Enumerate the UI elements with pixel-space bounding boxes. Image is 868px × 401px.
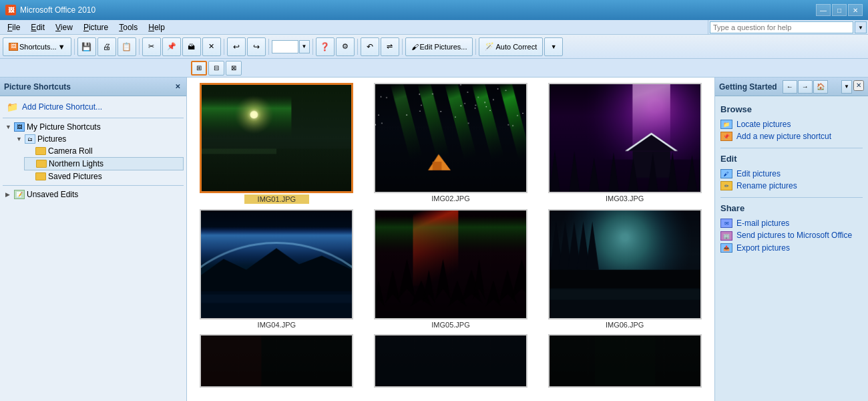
redo-button[interactable]: ↪ <box>247 37 266 56</box>
panel-home-btn[interactable]: 🏠 <box>813 80 828 94</box>
image-cell-img06[interactable]: IMG06.JPG <box>540 209 709 329</box>
image-grid: IMG01.JPG IMG02.JPG IMG03.JPG <box>187 78 714 393</box>
rp-export-link[interactable]: 📤 Export pictures <box>720 242 863 254</box>
edit-pictures-label: Edit Pictures... <box>420 43 467 51</box>
undo-button[interactable]: ↩ <box>227 37 246 56</box>
view-filmstrip-btn[interactable]: ⊟ <box>208 61 224 76</box>
image-cell-img07[interactable] <box>192 334 361 388</box>
left-panel-content: 📁 Add Picture Shortcut... ▼ 🖼 My Picture… <box>0 96 186 401</box>
tree-northern-lights[interactable]: Northern Lights <box>24 157 184 170</box>
help-button[interactable]: ❓ <box>316 37 335 56</box>
panel-back-btn[interactable]: ← <box>783 80 797 94</box>
export-icon: 📤 <box>720 243 732 253</box>
left-panel-close[interactable]: ✕ <box>173 82 182 92</box>
edit-pictures-rp-icon: 🖌 <box>720 169 732 178</box>
panel-dropdown-btn[interactable]: ▼ <box>841 80 852 94</box>
menu-edit[interactable]: Edit <box>26 21 49 34</box>
image-button[interactable]: 🏔 <box>182 37 201 56</box>
saved-pictures-label: Saved Pictures <box>48 172 102 181</box>
image-cell-img04[interactable]: IMG04.JPG <box>192 209 361 329</box>
tree-unsaved-edits[interactable]: ▶ 📝 Unsaved Edits <box>3 188 184 200</box>
menu-help[interactable]: Help <box>144 21 170 34</box>
send-office-label: Send pictures to Microsoft Office <box>736 231 852 240</box>
save-button[interactable]: 💾 <box>77 37 96 56</box>
add-shortcut-text: Add Picture Shortcut... <box>22 102 102 112</box>
image-cell-img09[interactable] <box>540 334 709 388</box>
img02-canvas <box>375 84 526 192</box>
paste-button[interactable]: 📌 <box>162 37 181 56</box>
rp-send-office-link[interactable]: 🏢 Send pictures to Microsoft Office <box>720 229 863 242</box>
separator-1 <box>74 39 75 55</box>
zoom-dropdown[interactable]: ▼ <box>299 40 310 53</box>
img03-thumb <box>548 83 702 193</box>
menu-view[interactable]: View <box>51 21 77 34</box>
add-shortcut-link[interactable]: 📁 Add Picture Shortcut... <box>3 99 184 115</box>
separator-2 <box>139 39 140 55</box>
right-panel-close[interactable]: ✕ <box>853 80 864 91</box>
img05-thumb <box>374 209 527 319</box>
rp-rename-link[interactable]: ✏ Rename pictures <box>720 180 863 192</box>
app-icon: 🖼 <box>5 5 16 15</box>
menu-tools[interactable]: Tools <box>114 21 142 34</box>
delete-button[interactable]: ✕ <box>202 37 221 56</box>
right-panel: Getting Started ← → 🏠 ▼ ✕ Browse 📁 Locat… <box>714 78 868 401</box>
img06-thumb <box>548 209 702 319</box>
settings-button[interactable]: ⚙ <box>336 37 355 56</box>
minimize-button[interactable]: — <box>816 4 831 16</box>
rp-browse-title: Browse <box>720 104 863 114</box>
separator-6 <box>357 39 358 55</box>
tree-saved-pictures[interactable]: Saved Pictures <box>24 170 184 182</box>
zoom-input[interactable]: 100% <box>272 40 298 53</box>
image-cell-img01[interactable]: IMG01.JPG <box>192 83 361 204</box>
rp-divider-2 <box>720 197 863 198</box>
print-icon: 🖨 <box>103 42 111 51</box>
divider-2 <box>3 185 184 186</box>
tree-section: ▼ 🖼 My Picture Shortcuts ▼ 🗂 Pictures Ca… <box>3 121 184 200</box>
send-office-icon: 🏢 <box>720 231 732 241</box>
title-bar-title: Microsoft Office 2010 <box>20 5 95 15</box>
rotate-left-button[interactable]: ↶ <box>361 37 379 56</box>
img09-canvas <box>550 336 700 386</box>
rp-edit-pictures-link[interactable]: 🖌 Edit pictures <box>720 168 863 180</box>
view-single-btn[interactable]: ⊠ <box>226 61 242 76</box>
menu-picture[interactable]: Picture <box>79 21 113 34</box>
cut-button[interactable]: ✂ <box>142 37 161 56</box>
unsaved-edits-label: Unsaved Edits <box>27 190 78 199</box>
shortcuts-button[interactable]: 🖼 Shortcuts... ▼ <box>3 37 71 56</box>
edit-pics-icon: 🖌 <box>411 43 419 51</box>
separator-3 <box>224 39 224 55</box>
left-panel: Picture Shortcuts ✕ 📁 Add Picture Shortc… <box>0 78 187 401</box>
copy-button[interactable]: 📋 <box>118 37 136 56</box>
auto-correct-button[interactable]: 🪄 Auto Correct <box>479 37 543 56</box>
expand-icon-pictures: ▼ <box>16 136 23 142</box>
help-input[interactable] <box>710 21 853 33</box>
close-button[interactable]: ✕ <box>848 4 863 16</box>
maximize-button[interactable]: □ <box>832 4 847 16</box>
edit-pictures-button[interactable]: 🖌 Edit Pictures... <box>405 37 473 56</box>
camera-roll-icon <box>35 147 46 155</box>
img06-label: IMG06.JPG <box>606 321 644 329</box>
image-cell-img03[interactable]: IMG03.JPG <box>540 83 709 204</box>
image-cell-img08[interactable] <box>367 334 535 388</box>
center-content[interactable]: IMG01.JPG IMG02.JPG IMG03.JPG <box>187 78 714 401</box>
rp-locate-link[interactable]: 📁 Locate pictures <box>720 118 863 130</box>
menu-file[interactable]: File <box>3 21 25 34</box>
image-cell-img05[interactable]: IMG05.JPG <box>367 209 535 329</box>
settings-icon: ⚙ <box>342 42 349 51</box>
view-thumbnail-btn[interactable]: ⊞ <box>191 61 207 76</box>
toolbar-options-button[interactable]: ▼ <box>544 37 563 56</box>
northern-lights-label: Northern Lights <box>49 159 103 168</box>
rp-add-shortcut-link[interactable]: 📌 Add a new picture shortcut <box>720 130 863 142</box>
options-icon: ▼ <box>551 43 557 50</box>
tree-pictures[interactable]: ▼ 🗂 Pictures <box>13 133 184 145</box>
print-button[interactable]: 🖨 <box>97 37 116 56</box>
help-dropdown-btn[interactable]: ▼ <box>855 21 867 33</box>
panel-forward-btn[interactable]: → <box>798 80 813 94</box>
expand-icon-unsaved: ▶ <box>5 191 12 198</box>
rp-email-link[interactable]: ✉ E-mail pictures <box>720 217 863 229</box>
flip-button[interactable]: ⇌ <box>381 37 399 56</box>
img01-thumb <box>200 83 353 193</box>
image-cell-img02[interactable]: IMG02.JPG <box>367 83 535 204</box>
tree-my-shortcuts[interactable]: ▼ 🖼 My Picture Shortcuts <box>3 121 184 133</box>
tree-camera-roll[interactable]: Camera Roll <box>24 145 184 157</box>
